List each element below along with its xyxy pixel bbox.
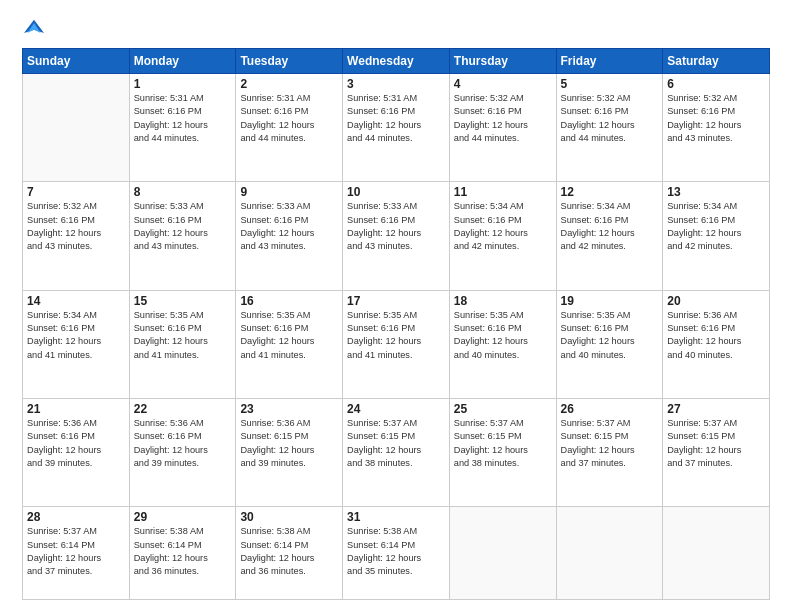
day-info: Sunrise: 5:35 AM Sunset: 6:16 PM Dayligh…: [347, 309, 445, 362]
day-info: Sunrise: 5:33 AM Sunset: 6:16 PM Dayligh…: [347, 200, 445, 253]
day-number: 10: [347, 185, 445, 199]
day-info: Sunrise: 5:37 AM Sunset: 6:15 PM Dayligh…: [667, 417, 765, 470]
day-number: 9: [240, 185, 338, 199]
calendar-cell-1-1: [23, 74, 130, 182]
day-number: 16: [240, 294, 338, 308]
day-number: 28: [27, 510, 125, 524]
calendar-cell-1-4: 3Sunrise: 5:31 AM Sunset: 6:16 PM Daylig…: [343, 74, 450, 182]
day-info: Sunrise: 5:31 AM Sunset: 6:16 PM Dayligh…: [347, 92, 445, 145]
day-info: Sunrise: 5:36 AM Sunset: 6:16 PM Dayligh…: [134, 417, 232, 470]
day-info: Sunrise: 5:35 AM Sunset: 6:16 PM Dayligh…: [240, 309, 338, 362]
day-number: 18: [454, 294, 552, 308]
calendar-cell-5-2: 29Sunrise: 5:38 AM Sunset: 6:14 PM Dayli…: [129, 507, 236, 600]
day-number: 2: [240, 77, 338, 91]
day-info: Sunrise: 5:31 AM Sunset: 6:16 PM Dayligh…: [134, 92, 232, 145]
day-info: Sunrise: 5:32 AM Sunset: 6:16 PM Dayligh…: [561, 92, 659, 145]
day-number: 4: [454, 77, 552, 91]
day-number: 27: [667, 402, 765, 416]
day-info: Sunrise: 5:33 AM Sunset: 6:16 PM Dayligh…: [240, 200, 338, 253]
calendar-cell-2-2: 8Sunrise: 5:33 AM Sunset: 6:16 PM Daylig…: [129, 182, 236, 290]
day-number: 24: [347, 402, 445, 416]
weekday-header-tuesday: Tuesday: [236, 49, 343, 74]
calendar-cell-5-5: [449, 507, 556, 600]
calendar-cell-5-4: 31Sunrise: 5:38 AM Sunset: 6:14 PM Dayli…: [343, 507, 450, 600]
day-info: Sunrise: 5:36 AM Sunset: 6:16 PM Dayligh…: [667, 309, 765, 362]
day-number: 19: [561, 294, 659, 308]
calendar-cell-1-3: 2Sunrise: 5:31 AM Sunset: 6:16 PM Daylig…: [236, 74, 343, 182]
day-number: 17: [347, 294, 445, 308]
weekday-header-wednesday: Wednesday: [343, 49, 450, 74]
week-row-5: 28Sunrise: 5:37 AM Sunset: 6:14 PM Dayli…: [23, 507, 770, 600]
calendar-cell-2-1: 7Sunrise: 5:32 AM Sunset: 6:16 PM Daylig…: [23, 182, 130, 290]
day-number: 7: [27, 185, 125, 199]
calendar-cell-2-4: 10Sunrise: 5:33 AM Sunset: 6:16 PM Dayli…: [343, 182, 450, 290]
calendar-cell-1-6: 5Sunrise: 5:32 AM Sunset: 6:16 PM Daylig…: [556, 74, 663, 182]
calendar-cell-3-7: 20Sunrise: 5:36 AM Sunset: 6:16 PM Dayli…: [663, 290, 770, 398]
calendar-cell-4-1: 21Sunrise: 5:36 AM Sunset: 6:16 PM Dayli…: [23, 398, 130, 506]
calendar-table: SundayMondayTuesdayWednesdayThursdayFrid…: [22, 48, 770, 600]
calendar-cell-2-7: 13Sunrise: 5:34 AM Sunset: 6:16 PM Dayli…: [663, 182, 770, 290]
day-info: Sunrise: 5:35 AM Sunset: 6:16 PM Dayligh…: [454, 309, 552, 362]
weekday-header-sunday: Sunday: [23, 49, 130, 74]
day-info: Sunrise: 5:32 AM Sunset: 6:16 PM Dayligh…: [27, 200, 125, 253]
calendar-cell-3-3: 16Sunrise: 5:35 AM Sunset: 6:16 PM Dayli…: [236, 290, 343, 398]
day-number: 12: [561, 185, 659, 199]
calendar-cell-5-1: 28Sunrise: 5:37 AM Sunset: 6:14 PM Dayli…: [23, 507, 130, 600]
day-info: Sunrise: 5:35 AM Sunset: 6:16 PM Dayligh…: [561, 309, 659, 362]
day-number: 13: [667, 185, 765, 199]
day-number: 20: [667, 294, 765, 308]
day-number: 3: [347, 77, 445, 91]
weekday-header-row: SundayMondayTuesdayWednesdayThursdayFrid…: [23, 49, 770, 74]
calendar-cell-4-5: 25Sunrise: 5:37 AM Sunset: 6:15 PM Dayli…: [449, 398, 556, 506]
calendar-cell-2-3: 9Sunrise: 5:33 AM Sunset: 6:16 PM Daylig…: [236, 182, 343, 290]
calendar-cell-4-6: 26Sunrise: 5:37 AM Sunset: 6:15 PM Dayli…: [556, 398, 663, 506]
calendar-cell-3-6: 19Sunrise: 5:35 AM Sunset: 6:16 PM Dayli…: [556, 290, 663, 398]
calendar-cell-3-4: 17Sunrise: 5:35 AM Sunset: 6:16 PM Dayli…: [343, 290, 450, 398]
calendar-cell-1-5: 4Sunrise: 5:32 AM Sunset: 6:16 PM Daylig…: [449, 74, 556, 182]
day-number: 29: [134, 510, 232, 524]
day-info: Sunrise: 5:34 AM Sunset: 6:16 PM Dayligh…: [667, 200, 765, 253]
day-number: 25: [454, 402, 552, 416]
day-number: 8: [134, 185, 232, 199]
calendar-cell-3-2: 15Sunrise: 5:35 AM Sunset: 6:16 PM Dayli…: [129, 290, 236, 398]
day-number: 31: [347, 510, 445, 524]
day-info: Sunrise: 5:38 AM Sunset: 6:14 PM Dayligh…: [134, 525, 232, 578]
day-number: 11: [454, 185, 552, 199]
day-number: 26: [561, 402, 659, 416]
calendar-cell-2-6: 12Sunrise: 5:34 AM Sunset: 6:16 PM Dayli…: [556, 182, 663, 290]
day-info: Sunrise: 5:33 AM Sunset: 6:16 PM Dayligh…: [134, 200, 232, 253]
calendar-cell-4-4: 24Sunrise: 5:37 AM Sunset: 6:15 PM Dayli…: [343, 398, 450, 506]
calendar-cell-2-5: 11Sunrise: 5:34 AM Sunset: 6:16 PM Dayli…: [449, 182, 556, 290]
week-row-2: 7Sunrise: 5:32 AM Sunset: 6:16 PM Daylig…: [23, 182, 770, 290]
calendar-cell-1-7: 6Sunrise: 5:32 AM Sunset: 6:16 PM Daylig…: [663, 74, 770, 182]
calendar-cell-3-1: 14Sunrise: 5:34 AM Sunset: 6:16 PM Dayli…: [23, 290, 130, 398]
calendar-cell-1-2: 1Sunrise: 5:31 AM Sunset: 6:16 PM Daylig…: [129, 74, 236, 182]
day-number: 30: [240, 510, 338, 524]
day-number: 23: [240, 402, 338, 416]
day-info: Sunrise: 5:32 AM Sunset: 6:16 PM Dayligh…: [454, 92, 552, 145]
day-info: Sunrise: 5:37 AM Sunset: 6:14 PM Dayligh…: [27, 525, 125, 578]
day-number: 1: [134, 77, 232, 91]
day-info: Sunrise: 5:38 AM Sunset: 6:14 PM Dayligh…: [347, 525, 445, 578]
day-number: 5: [561, 77, 659, 91]
calendar-cell-4-7: 27Sunrise: 5:37 AM Sunset: 6:15 PM Dayli…: [663, 398, 770, 506]
day-info: Sunrise: 5:31 AM Sunset: 6:16 PM Dayligh…: [240, 92, 338, 145]
calendar-cell-4-3: 23Sunrise: 5:36 AM Sunset: 6:15 PM Dayli…: [236, 398, 343, 506]
calendar-cell-5-7: [663, 507, 770, 600]
week-row-1: 1Sunrise: 5:31 AM Sunset: 6:16 PM Daylig…: [23, 74, 770, 182]
day-info: Sunrise: 5:34 AM Sunset: 6:16 PM Dayligh…: [561, 200, 659, 253]
weekday-header-thursday: Thursday: [449, 49, 556, 74]
day-info: Sunrise: 5:34 AM Sunset: 6:16 PM Dayligh…: [454, 200, 552, 253]
day-info: Sunrise: 5:36 AM Sunset: 6:16 PM Dayligh…: [27, 417, 125, 470]
week-row-3: 14Sunrise: 5:34 AM Sunset: 6:16 PM Dayli…: [23, 290, 770, 398]
day-info: Sunrise: 5:32 AM Sunset: 6:16 PM Dayligh…: [667, 92, 765, 145]
calendar-cell-4-2: 22Sunrise: 5:36 AM Sunset: 6:16 PM Dayli…: [129, 398, 236, 506]
day-info: Sunrise: 5:37 AM Sunset: 6:15 PM Dayligh…: [454, 417, 552, 470]
day-number: 21: [27, 402, 125, 416]
day-info: Sunrise: 5:35 AM Sunset: 6:16 PM Dayligh…: [134, 309, 232, 362]
day-info: Sunrise: 5:38 AM Sunset: 6:14 PM Dayligh…: [240, 525, 338, 578]
day-number: 15: [134, 294, 232, 308]
calendar-cell-5-6: [556, 507, 663, 600]
logo: [22, 18, 56, 38]
day-number: 22: [134, 402, 232, 416]
